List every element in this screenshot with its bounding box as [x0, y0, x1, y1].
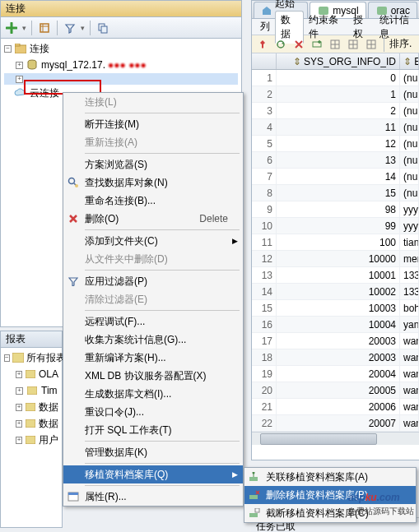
tree-item[interactable]: +Tim	[4, 382, 58, 399]
menu-item[interactable]: 管理数据库(K)	[63, 443, 243, 461]
table-row[interactable]: 815(null)	[252, 185, 419, 201]
grid-icon[interactable]	[346, 37, 361, 52]
subtab-columns[interactable]: 列	[255, 18, 275, 35]
refresh-icon[interactable]	[273, 37, 288, 52]
expand-icon[interactable]: +	[16, 371, 22, 378]
sort-label[interactable]: 排序.	[389, 37, 412, 51]
menu-item[interactable]: 属性(R)...	[63, 488, 243, 506]
menu-item[interactable]: 应用过滤器(P)	[63, 272, 243, 290]
table-row[interactable]: 998yyyyyy	[252, 201, 419, 218]
separator	[384, 37, 384, 52]
table-row[interactable]: 2220007wanhe@c	[252, 415, 419, 432]
tree-root-reports[interactable]: − 所有报表	[4, 349, 58, 366]
col-email[interactable]: ⇕ EMAIL	[400, 53, 419, 69]
menu-item[interactable]: 重新连接(A)	[63, 133, 243, 151]
expand-icon[interactable]: +	[16, 437, 22, 444]
collapse-icon[interactable]: −	[4, 354, 10, 362]
table-row[interactable]: 11100tianzh	[252, 234, 419, 251]
menu-item[interactable]: 收集方案统计信息(G)...	[63, 331, 243, 349]
table-row[interactable]: 13100011330463	[252, 267, 419, 284]
separator	[90, 21, 91, 35]
submenu-item[interactable]: 关联移植资料档案库(A)	[244, 468, 416, 486]
table-row[interactable]: 613(null)	[252, 152, 419, 169]
table-row[interactable]: 1099yyyyyy	[252, 218, 419, 234]
svg-rect-7	[26, 370, 35, 378]
table-row[interactable]: 2020005wanhe@c	[252, 382, 419, 399]
dropdown-icon[interactable]: ▾	[22, 24, 26, 32]
cell-rownum: 12	[252, 251, 277, 266]
dropdown-icon[interactable]: ▾	[81, 24, 85, 32]
menu-label: 删除(O)	[85, 212, 119, 226]
table-row[interactable]: 1820003wanhe@c	[252, 349, 419, 366]
menu-label: 收集方案统计信息(G)...	[85, 333, 186, 347]
cell-rownum: 7	[252, 169, 277, 184]
tree-item[interactable]: +用户	[4, 432, 58, 448]
table-row[interactable]: 1720003wanhe@c	[252, 333, 419, 349]
table-row[interactable]: 1210000mengwei	[252, 251, 419, 267]
svg-rect-15	[68, 493, 78, 495]
menu-item[interactable]: 连接(L)	[63, 93, 243, 111]
table-row[interactable]: 1510003bohanji	[252, 300, 419, 317]
menu-item[interactable]: 远程调试(F)...	[63, 312, 243, 331]
tree-item[interactable]: +数据	[4, 399, 58, 415]
filter-icon[interactable]	[63, 21, 77, 35]
pin-icon[interactable]	[255, 37, 270, 52]
tree-item[interactable]: +数据	[4, 415, 58, 432]
col-rownum[interactable]	[252, 53, 277, 69]
collapse-icon[interactable]: −	[4, 45, 12, 53]
grid-icon[interactable]	[328, 37, 342, 52]
toolbar-btn-2[interactable]	[37, 21, 52, 35]
menu-item[interactable]: 添加到文件夹(C)	[63, 232, 243, 250]
menu-item[interactable]: 生成数据库文档(I)...	[63, 385, 243, 403]
scroll-thumb[interactable]	[260, 433, 377, 445]
menu-item[interactable]: 删除(O)Delete	[63, 210, 243, 228]
tree-item[interactable]: +OLA	[4, 366, 58, 382]
table-row[interactable]: 1610004yanglu	[252, 317, 419, 333]
menu-label: 重新连接(A)	[85, 136, 137, 150]
expand-icon[interactable]: +	[16, 387, 23, 395]
menu-item[interactable]: 从文件夹中删除(D)	[63, 250, 243, 268]
cell-rownum: 20	[252, 382, 277, 398]
menu-item[interactable]: 断开连接(M)	[63, 115, 243, 133]
add-row-icon[interactable]	[310, 37, 324, 52]
expand-icon[interactable]: +	[16, 420, 22, 428]
svg-point-23	[277, 41, 284, 48]
table-row[interactable]: 512(null)	[252, 136, 419, 152]
table-row[interactable]: 1920004wanhe@c	[252, 366, 419, 382]
x-icon[interactable]	[291, 37, 306, 52]
table-row[interactable]: 14100021330463	[252, 284, 419, 300]
add-button[interactable]	[4, 21, 19, 35]
menu-label: 重命名连接(B)...	[85, 194, 156, 208]
copy-icon[interactable]	[95, 21, 110, 35]
expand-icon[interactable]: +	[16, 76, 23, 83]
menu-item[interactable]: 查找数据库对象(N)	[63, 173, 243, 192]
menu-item[interactable]: 重设口令(J)...	[63, 403, 243, 421]
menu-item[interactable]: 移植资料档案库(Q)	[63, 465, 243, 483]
grid-icon[interactable]	[364, 37, 379, 52]
menu-item[interactable]: 打开 SQL 工作表(T)	[63, 421, 243, 439]
table-row[interactable]: 411(null)	[252, 119, 419, 136]
data-grid: ⇕ SYS_ORG_INFO_ID ⇕ EMAIL 10(null)21(nul…	[252, 53, 419, 432]
table-row[interactable]: 714(null)	[252, 169, 419, 185]
horizontal-scrollbar[interactable]	[252, 432, 419, 445]
table-row[interactable]: 21(null)	[252, 86, 419, 103]
tree-root-connections[interactable]: − 连接	[4, 40, 238, 57]
tree-item-mysql[interactable]: + mysql_172.17. ●●● ●●●	[4, 57, 238, 73]
table-row[interactable]: 10(null)	[252, 70, 419, 86]
menu-item[interactable]: XML DB 协议服务器配置(X)	[63, 367, 243, 385]
expand-icon[interactable]: +	[16, 404, 22, 411]
table-row[interactable]: 32(null)	[252, 103, 419, 119]
menu-item[interactable]: 方案浏览器(S)	[63, 155, 243, 173]
table-row[interactable]: 2120006wanhe@c	[252, 399, 419, 415]
tree-item-selected[interactable]: +	[4, 73, 238, 85]
expand-icon[interactable]: +	[16, 62, 23, 69]
menu-item[interactable]: 重新编译方案(H)...	[63, 349, 243, 367]
grid-toolbar: 排序.	[252, 35, 419, 53]
menu-item[interactable]: 清除过滤器(E)	[63, 290, 243, 308]
menu-item[interactable]: 重命名连接(B)...	[63, 192, 243, 210]
col-sys-org-info-id[interactable]: ⇕ SYS_ORG_INFO_ID	[277, 53, 400, 69]
report-title: 报表	[6, 332, 26, 346]
menu-label: 打开 SQL 工作表(T)	[85, 423, 172, 437]
svg-rect-18	[249, 495, 258, 499]
tree-label: 数据	[39, 400, 58, 414]
